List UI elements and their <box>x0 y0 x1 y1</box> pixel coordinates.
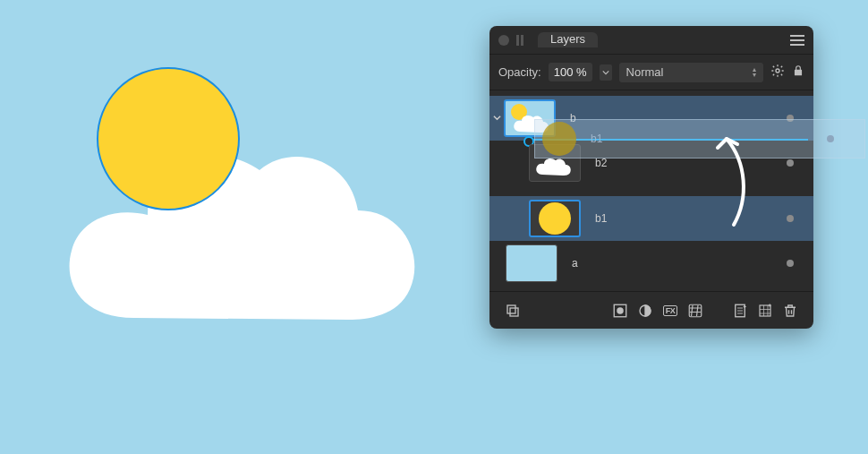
mask-icon[interactable] <box>610 301 630 321</box>
chevron-down-icon[interactable] <box>489 114 504 124</box>
stepper-icon: ▴▾ <box>753 67 756 78</box>
visibility-toggle[interactable] <box>787 260 794 267</box>
layer-row-child-sun[interactable]: b1 <box>489 196 813 241</box>
layer-thumbnail <box>529 144 581 182</box>
layers-panel: Layers Opacity: 100 % Normal ▴▾ <box>489 26 813 329</box>
panel-footer: FX <box>489 291 813 329</box>
layer-stack-icon[interactable] <box>503 301 523 321</box>
svg-rect-2 <box>510 308 518 316</box>
adjustment-icon[interactable] <box>635 301 655 321</box>
layer-row-group[interactable]: b <box>489 96 813 141</box>
tab-layers[interactable]: Layers <box>538 32 598 47</box>
layer-thumbnail <box>504 99 556 137</box>
layer-row-bg[interactable]: a <box>489 241 813 286</box>
svg-rect-1 <box>507 305 515 313</box>
fx-icon[interactable]: FX <box>660 301 680 321</box>
layer-row-child-cloud[interactable]: b2 <box>489 141 813 185</box>
chevron-down-icon[interactable] <box>600 64 612 81</box>
add-layer-icon[interactable] <box>730 301 750 321</box>
blend-mode-value: Normal <box>626 65 664 79</box>
menu-icon[interactable] <box>790 32 804 48</box>
dock-icon[interactable] <box>516 35 523 46</box>
visibility-toggle[interactable] <box>787 215 794 222</box>
layer-name[interactable]: b2 <box>595 157 607 169</box>
sun-shape <box>97 67 240 210</box>
layer-name[interactable]: a <box>572 257 578 270</box>
blend-mode-select[interactable]: Normal ▴▾ <box>619 63 763 82</box>
visibility-toggle[interactable] <box>787 115 794 122</box>
trash-icon[interactable] <box>780 301 800 321</box>
opacity-input[interactable]: 100 % <box>549 63 592 81</box>
gear-icon[interactable] <box>770 64 785 81</box>
close-icon[interactable] <box>498 35 509 46</box>
layer-controls-row: Opacity: 100 % Normal ▴▾ <box>489 55 813 90</box>
add-pixel-layer-icon[interactable] <box>755 301 775 321</box>
opacity-label: Opacity: <box>498 65 541 79</box>
tab-label: Layers <box>550 32 585 46</box>
lock-icon[interactable] <box>792 64 804 80</box>
layer-thumbnail <box>529 200 581 237</box>
layer-name[interactable]: b1 <box>595 212 607 225</box>
live-filter-icon[interactable] <box>685 301 705 321</box>
svg-point-0 <box>776 69 779 73</box>
svg-rect-8 <box>760 305 770 316</box>
layer-thumbnail <box>506 244 557 282</box>
svg-point-4 <box>617 307 624 314</box>
visibility-toggle[interactable] <box>787 159 794 167</box>
canvas-artwork <box>63 67 421 336</box>
panel-titlebar: Layers <box>489 26 813 55</box>
layer-name[interactable]: b <box>570 112 576 124</box>
layers-list: b b2 b1 <box>489 90 813 291</box>
